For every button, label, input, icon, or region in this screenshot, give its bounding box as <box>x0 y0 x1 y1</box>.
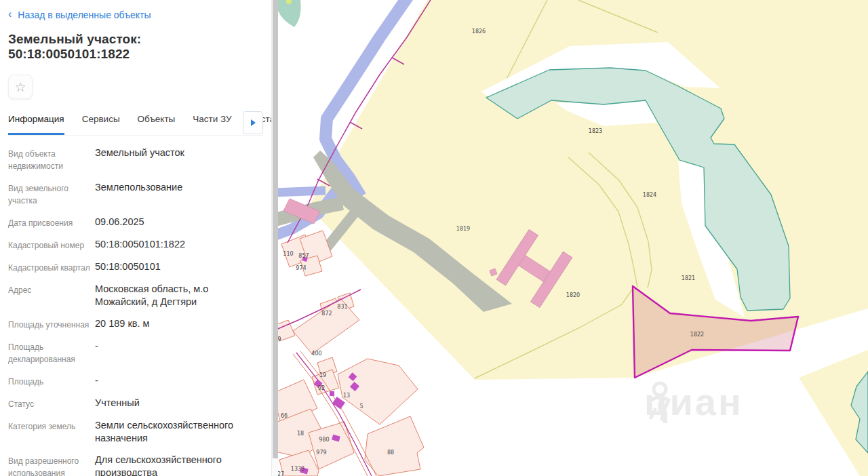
forest-blob-top-left <box>278 0 301 27</box>
star-icon: ☆ <box>14 81 26 94</box>
field-value: Земельный участок <box>95 146 263 172</box>
field-value: 50:18:0050101:1822 <box>95 238 263 252</box>
field-label: Площадь уточненная <box>8 317 95 331</box>
field-row: СтатусУчтенный <box>8 397 263 410</box>
field-label: Категория земель <box>8 419 95 445</box>
field-label: Вид разрешенного использования <box>8 454 95 476</box>
cadastral-map-app: ‹ Назад в выделенные объекты Земельный у… <box>0 0 868 476</box>
field-label: Площадь декларированная <box>8 340 95 365</box>
field-row: Вид разрешенного использованияДля сельск… <box>8 454 263 476</box>
field-row: Категория земельЗемли сельскохозяйственн… <box>8 419 263 445</box>
field-label: Кадастровый квартал <box>8 260 95 274</box>
field-row: Кадастровый квартал50:18:0050101 <box>8 260 263 274</box>
field-row: Площадь уточненная20 189 кв. м <box>8 317 263 331</box>
tabs-bar: ИнформацияСервисыОбъектыЧасти ЗУСостав <box>8 114 263 136</box>
field-value: 50:18:0050101 <box>95 260 263 274</box>
panel-scrollbar[interactable] <box>271 0 278 476</box>
field-value: Для сельскохозяйственного производства <box>95 454 263 476</box>
field-row: Площадь декларированная- <box>8 340 263 365</box>
field-value: 20 189 кв. м <box>95 317 263 331</box>
field-value: Земли сельскохозяйственного назначения <box>95 419 263 445</box>
tab-3[interactable]: Объекты <box>138 114 176 135</box>
back-link[interactable]: ‹ Назад в выделенные объекты <box>8 9 263 20</box>
tab-2[interactable]: Сервисы <box>82 114 120 135</box>
favorite-button[interactable]: ☆ <box>8 75 33 99</box>
tabs-scroll-right-button[interactable] <box>243 111 263 134</box>
back-chevron-icon: ‹ <box>8 9 12 20</box>
field-value: Московская область, м.о Можайский, д Дег… <box>95 283 263 309</box>
map-canvas[interactable] <box>278 0 868 476</box>
chevron-right-icon <box>251 119 256 126</box>
field-label: Дата присвоения <box>8 216 95 229</box>
object-fields: Вид объекта недвижимостиЗемельный участо… <box>8 146 263 476</box>
field-label: Кадастровый номер <box>8 238 95 252</box>
field-row: Вид земельного участкаЗемлепользование <box>8 181 263 207</box>
back-link-label: Назад в выделенные объекты <box>18 9 151 20</box>
field-value: Учтенный <box>95 397 263 410</box>
field-label: Адрес <box>8 283 95 309</box>
field-value: - <box>95 374 263 388</box>
field-row: АдресМосковская область, м.о Можайский, … <box>8 283 263 309</box>
field-row: Дата присвоения09.06.2025 <box>8 216 263 229</box>
field-value: Землепользование <box>95 181 263 207</box>
field-label: Площадь <box>8 374 95 388</box>
field-label: Вид объекта недвижимости <box>8 146 95 172</box>
field-label: Статус <box>8 397 95 410</box>
field-value: 09.06.2025 <box>95 216 263 229</box>
tab-1[interactable]: Информация <box>8 114 64 135</box>
field-value: - <box>95 340 263 365</box>
object-info-panel: ‹ Назад в выделенные объекты Земельный у… <box>0 0 271 476</box>
tab-4[interactable]: Части ЗУ <box>193 114 231 135</box>
field-row: Площадь- <box>8 374 263 388</box>
field-row: Кадастровый номер50:18:0050101:1822 <box>8 238 263 252</box>
field-label: Вид земельного участка <box>8 181 95 207</box>
cadastral-map[interactable]: циан 18261823182418191820182118221108579… <box>278 0 868 476</box>
field-row: Вид объекта недвижимостиЗемельный участо… <box>8 146 263 172</box>
page-title: Земельный участок: 50:18:0050101:1822 <box>8 32 263 62</box>
